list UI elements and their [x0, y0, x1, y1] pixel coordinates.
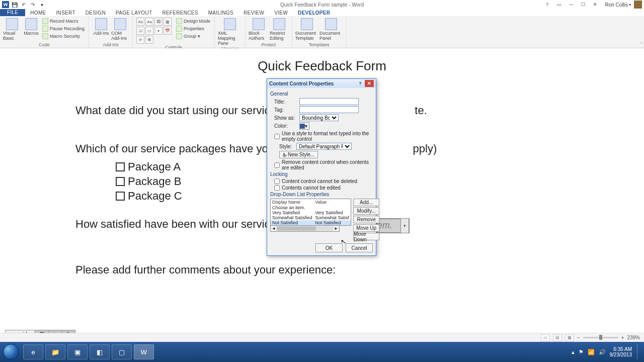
- building-block-control-icon[interactable]: ▦: [164, 18, 172, 26]
- dialog-help-icon[interactable]: ?: [356, 80, 365, 87]
- ribbon-options-icon[interactable]: ▭: [553, 1, 565, 8]
- scroll-right-icon[interactable]: ►: [333, 226, 339, 231]
- restrict-editing-button[interactable]: Restrict Editing: [270, 17, 289, 41]
- color-picker[interactable]: ▾: [299, 122, 309, 130]
- help-icon[interactable]: ?: [541, 1, 552, 8]
- show-as-select[interactable]: Bounding Box: [299, 114, 339, 121]
- tab-home[interactable]: HOME: [25, 10, 51, 16]
- section-locking: Locking: [270, 171, 373, 177]
- taskbar-word-icon[interactable]: W: [134, 344, 154, 359]
- tab-file[interactable]: FILE: [0, 9, 25, 16]
- ribbon: Visual Basic Macros Record Macro Pause R…: [0, 16, 644, 48]
- design-mode-button[interactable]: Design Mode: [175, 17, 211, 25]
- tab-design[interactable]: DESIGN: [80, 10, 111, 16]
- zoom-slider[interactable]: [583, 337, 618, 338]
- tab-review[interactable]: REVIEW: [238, 10, 269, 16]
- record-macro-button[interactable]: Record Macro: [41, 17, 86, 25]
- move-down-button[interactable]: Move Down: [353, 233, 379, 240]
- add-button[interactable]: Add...: [353, 199, 379, 206]
- new-style-button[interactable]: A̲ₐNew Style...: [279, 151, 318, 158]
- dialog-close-icon[interactable]: ✕: [365, 80, 374, 87]
- visual-basic-button[interactable]: Visual Basic: [3, 17, 21, 41]
- show-desktop-button[interactable]: [637, 344, 641, 359]
- tab-view[interactable]: VIEW: [269, 10, 293, 16]
- tab-page-layout[interactable]: PAGE LAYOUT: [111, 10, 157, 16]
- tray-flag-icon[interactable]: ⚑: [579, 349, 584, 355]
- zoom-level[interactable]: 239%: [627, 335, 640, 340]
- block-authors-button[interactable]: Block Authors: [249, 17, 269, 41]
- rich-text-control-icon[interactable]: Aa: [136, 18, 144, 26]
- user-avatar[interactable]: [634, 1, 642, 9]
- remove-cc-checkbox[interactable]: [274, 162, 280, 168]
- macro-security-button[interactable]: Macro Security: [41, 32, 86, 40]
- taskbar-app3-icon[interactable]: ▢: [112, 344, 132, 359]
- zoom-out-icon[interactable]: −: [577, 335, 580, 340]
- properties-button[interactable]: Properties: [175, 25, 211, 32]
- zoom-in-icon[interactable]: +: [621, 335, 624, 340]
- lock-delete-checkbox[interactable]: [274, 178, 280, 184]
- macros-button[interactable]: Macros: [22, 17, 40, 36]
- cancel-button[interactable]: Cancel: [346, 243, 373, 252]
- checkbox-control-icon[interactable]: ☑: [136, 27, 144, 35]
- modify-button[interactable]: Modify...: [353, 207, 379, 215]
- taskbar-app2-icon[interactable]: ◧: [90, 344, 110, 359]
- table-hscroll[interactable]: ◄ ►: [270, 226, 340, 232]
- tray-up-icon[interactable]: ▴: [572, 349, 575, 355]
- tray-clock[interactable]: 6:35 AM 9/23/2013: [610, 346, 633, 357]
- scroll-thumb[interactable]: [277, 226, 316, 231]
- collapse-ribbon-icon[interactable]: ˆ: [640, 42, 642, 47]
- save-icon[interactable]: 💾: [11, 1, 18, 8]
- undo-icon[interactable]: ↶: [20, 1, 27, 8]
- web-layout-icon[interactable]: ▦: [565, 334, 574, 341]
- user-name[interactable]: Ron Collis: [605, 2, 628, 8]
- qat-dropdown-icon[interactable]: ▾: [38, 1, 45, 8]
- use-style-checkbox[interactable]: [274, 134, 280, 139]
- label-show-as: Show as:: [274, 115, 297, 121]
- checkbox-package-b[interactable]: [116, 177, 125, 186]
- plain-text-control-icon[interactable]: Aa: [145, 18, 153, 26]
- group-label-templates: Templates: [295, 42, 343, 48]
- dialog-title-bar[interactable]: Content Control Properties ? ✕: [267, 79, 376, 88]
- close-icon[interactable]: ✕: [590, 1, 601, 8]
- scroll-left-icon[interactable]: ◄: [271, 226, 277, 231]
- tray-network-icon[interactable]: 📶: [588, 349, 595, 355]
- maximize-icon[interactable]: ☐: [578, 1, 589, 8]
- group-button[interactable]: Group ▾: [175, 32, 211, 40]
- date-picker-control-icon[interactable]: 📅: [164, 27, 172, 35]
- print-layout-icon[interactable]: ▤: [553, 334, 562, 341]
- pause-recording-button[interactable]: Pause Recording: [41, 25, 86, 32]
- tab-references[interactable]: REFERENCES: [157, 10, 203, 16]
- taskbar-explorer-icon[interactable]: 📁: [45, 344, 65, 359]
- remove-button[interactable]: Remove: [353, 216, 379, 223]
- combobox-control-icon[interactable]: ▭: [145, 27, 153, 35]
- picture-control-icon[interactable]: 🖼: [154, 18, 163, 26]
- tab-mailings[interactable]: MAILINGS: [203, 10, 238, 16]
- tab-insert[interactable]: INSERT: [51, 10, 80, 16]
- tray-volume-icon[interactable]: 🔊: [599, 349, 606, 355]
- document-template-button[interactable]: Document Template: [295, 17, 318, 41]
- addins-button[interactable]: Add-Ins: [92, 17, 110, 36]
- read-mode-icon[interactable]: ▭: [541, 334, 550, 341]
- start-button[interactable]: [3, 344, 19, 360]
- taskbar-app1-icon[interactable]: ▣: [67, 344, 88, 359]
- minimize-icon[interactable]: —: [566, 1, 577, 8]
- xml-mapping-button[interactable]: XML Mapping Pane: [218, 17, 242, 46]
- repeating-section-control-icon[interactable]: ⟳: [136, 36, 144, 44]
- dropdown-arrow-icon[interactable]: ▾: [400, 219, 409, 233]
- checkbox-package-a[interactable]: [116, 162, 125, 171]
- dropdown-control-icon[interactable]: ▾: [154, 27, 163, 35]
- tag-input[interactable]: [299, 106, 359, 113]
- redo-icon[interactable]: ↷: [29, 1, 36, 8]
- checkbox-package-c[interactable]: [116, 192, 125, 201]
- document-panel-button[interactable]: Document Panel: [319, 17, 343, 41]
- title-input[interactable]: [299, 98, 359, 105]
- taskbar-ie-icon[interactable]: e: [23, 344, 43, 359]
- content-control-properties-dialog: Content Control Properties ? ✕ General T…: [267, 78, 376, 256]
- ok-button[interactable]: OK: [315, 243, 343, 252]
- lock-edit-checkbox[interactable]: [274, 185, 280, 191]
- tab-developer[interactable]: DEVELOPER: [293, 10, 335, 16]
- legacy-tools-icon[interactable]: 🛠: [145, 36, 153, 44]
- com-addins-button[interactable]: COM Add-Ins: [111, 17, 129, 41]
- style-select[interactable]: Default Paragraph Font: [296, 143, 352, 150]
- dropdown-items-table[interactable]: Display NameValue Choose an item. Very S…: [270, 199, 351, 226]
